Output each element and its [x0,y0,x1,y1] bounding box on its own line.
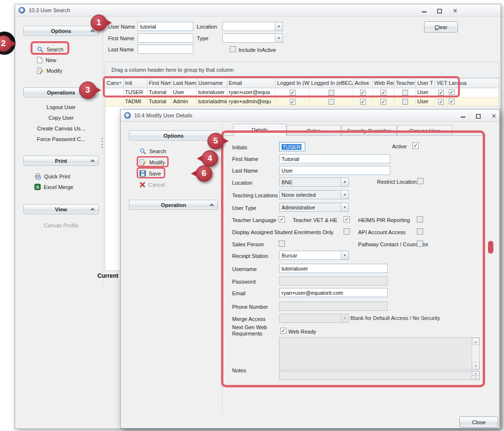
spin-down-icon[interactable]: ▼ [472,376,479,380]
column-header-logged-in-ebecas[interactable]: Logged In (eBECAS [310,79,353,88]
options-panel-header[interactable]: Options [129,130,218,141]
teacher-vet-he-checkbox[interactable]: ✓ [344,216,350,223]
options-panel-header[interactable]: Options [23,26,99,36]
receipt-station-label: Receipt Station [232,253,268,259]
user-type-select[interactable]: Administrative ▼ [279,203,349,212]
sidebar-item-force-password-change[interactable]: Force Password C... [23,135,99,143]
column-header-language[interactable]: Langua [447,79,499,88]
user-row-tuser[interactable]: TUSER Tutorial User tutorialuser ryan+us… [105,88,499,97]
chevron-down-icon[interactable]: ▼ [341,251,348,259]
receipt-station-select[interactable]: Bursar ▼ [279,251,349,260]
vet-checkbox: ✓ [438,99,444,105]
heims-pir-checkbox[interactable] [417,216,423,223]
user-type-label: User Type [232,205,256,211]
modify-user-titlebar[interactable]: 10.4 Modify User Details [121,110,499,122]
chevron-down-icon[interactable]: ▼ [275,34,283,42]
tab-details[interactable]: Details [233,124,286,136]
chevron-down-icon[interactable]: ▼ [275,22,283,31]
user-row-tadmi[interactable]: TADMI Tutorial Admin tutorialadmin ryan+… [105,97,499,107]
chevron-down-icon[interactable]: ▼ [341,203,348,211]
view-panel-header[interactable]: View [23,204,99,214]
filter-dropdown-icon[interactable]: ▼ [119,81,122,84]
user-name-input[interactable] [138,22,193,31]
tab-roles[interactable]: Roles [286,125,341,136]
web-ready-checkbox: ✓ [380,99,386,105]
username-input[interactable] [279,264,388,273]
sidebar-item-quick-print[interactable]: Quick Print [34,172,70,180]
location-select[interactable]: ▼ [222,22,283,31]
last-name-input[interactable] [279,166,390,175]
callout-3: 3 [79,81,96,99]
sidebar-item-modify[interactable]: Modify [140,158,165,166]
minimize-button[interactable] [459,112,467,119]
username-label: Username [232,266,257,272]
column-header-last-name[interactable]: Last Name [172,79,197,88]
column-header-web-ready[interactable]: Web Rea [373,79,394,88]
tab-security-overrides[interactable]: Security Overrides [341,125,397,136]
web-ready-label: Web Ready [288,329,316,335]
include-inactive-checkbox[interactable] [230,46,236,52]
print-panel-header[interactable]: Print [23,156,99,166]
callout-arrow-icon [197,155,203,162]
language-checkbox: ✓ [449,98,455,104]
minimize-button[interactable] [420,7,428,14]
operation-panel-header[interactable]: Operation [129,200,218,210]
column-header-email[interactable]: Email [227,79,276,88]
column-header-vet[interactable]: VET [435,79,447,88]
collapse-chevron-icon [210,204,214,208]
column-header-logged-in-web[interactable]: Logged In (W [276,79,310,88]
teacher-language-checkbox[interactable]: ✓ [279,216,285,223]
scrollbar-track[interactable] [472,345,479,362]
sidebar-item-search[interactable]: Search [140,147,166,155]
sidebar-item-modify[interactable]: Modify [37,66,62,75]
sidebar-item-search[interactable]: Search [37,45,63,53]
first-name-input[interactable] [279,154,390,163]
close-button[interactable]: × [490,112,498,119]
splitter-handle[interactable] [101,137,103,150]
initials-input[interactable]: TUSER [279,142,305,151]
language-checkbox: ✓ [449,89,455,95]
spin-up-icon[interactable]: ▲ [472,371,479,376]
column-header-canvas[interactable]: Canv▼ [105,79,124,88]
last-name-input[interactable] [138,45,193,54]
sales-person-checkbox[interactable] [279,240,285,247]
chevron-down-icon[interactable]: ▼ [341,178,348,186]
sidebar-item-new[interactable]: New [37,56,56,64]
column-header-first-name[interactable]: First Nam [147,79,172,88]
column-header-user-type[interactable]: User T [416,79,435,88]
maximize-button[interactable] [436,7,443,14]
chevron-down-icon[interactable]: ▼ [341,191,348,199]
column-header-active[interactable]: Active [353,79,373,88]
logged-in-ebecas-checkbox [329,99,334,105]
sidebar-item-logout-user[interactable]: Logout User [23,103,99,111]
type-select[interactable]: ▼ [222,33,283,43]
web-ready-checkbox[interactable]: ✓ [280,328,286,334]
maximize-button[interactable] [474,112,482,119]
close-button[interactable]: × [451,7,459,14]
first-name-input[interactable] [138,33,193,43]
sidebar-item-create-canvas-user[interactable]: Create Canvas Us... [23,124,99,132]
sidebar-item-save[interactable]: Save [140,169,161,177]
email-input[interactable] [279,288,388,297]
sidebar-item-excel-merge[interactable]: X Excel Merge [34,183,73,191]
vertical-scrollbar[interactable]: ▲ ▼ [472,338,479,369]
notes-spinner[interactable]: ▲ ▼ [472,371,479,380]
tab-canvas-user[interactable]: Canvas User [397,125,453,136]
scroll-down-icon[interactable]: ▼ [472,362,479,369]
pathway-contact-checkbox[interactable] [417,240,423,247]
column-header-username[interactable]: Username [197,79,227,88]
scroll-up-icon[interactable]: ▲ [472,338,479,345]
active-checkbox[interactable]: ✓ [412,143,419,149]
location-select[interactable]: BNE ▼ [279,177,349,187]
api-account-access-checkbox[interactable] [417,228,423,235]
display-assigned-checkbox[interactable] [344,228,350,235]
clear-button[interactable]: Clear [424,21,458,32]
restrict-location-checkbox[interactable] [417,178,424,184]
splitter-handle[interactable] [220,264,223,276]
column-header-teacher[interactable]: Teacher [394,79,416,88]
user-name-label: User Name [108,24,135,30]
sidebar-item-copy-user[interactable]: Copy User [23,113,99,122]
column-header-init[interactable]: Init [124,79,147,88]
close-dialog-button[interactable]: Close [459,416,498,428]
teaching-locations-select[interactable]: None selected ▼ [279,190,349,199]
